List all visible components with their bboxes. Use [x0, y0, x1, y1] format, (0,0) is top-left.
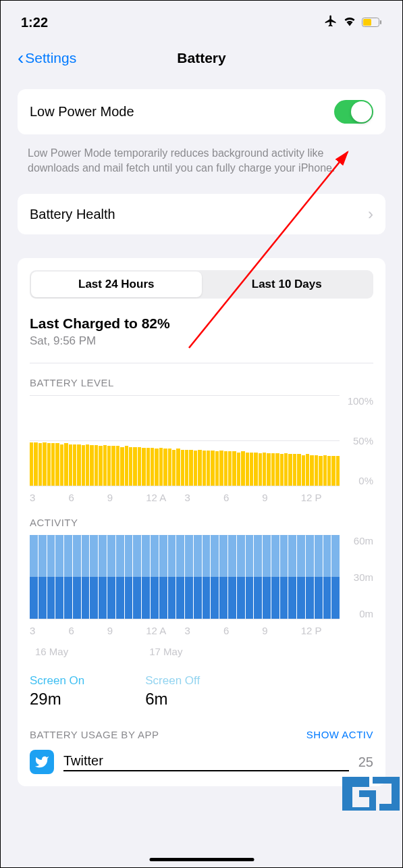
watermark-logo [339, 773, 403, 811]
last-charged-time: Sat, 9:56 PM [30, 334, 373, 348]
battery-icon [362, 18, 382, 27]
tab-last-24-hours[interactable]: Last 24 Hours [31, 272, 202, 297]
chevron-left-icon: ‹ [18, 47, 24, 69]
battery-health-row[interactable]: Battery Health › [18, 194, 385, 234]
home-indicator[interactable] [149, 858, 254, 861]
battery-level-label: BATTERY LEVEL [30, 377, 373, 388]
page-title: Battery [177, 50, 225, 66]
battery-level-chart: 100% 50% 0% [30, 395, 373, 486]
status-time: 1:22 [21, 15, 48, 30]
screen-off-stat: Screen Off 6m [145, 674, 200, 709]
time-range-segmented: Last 24 Hours Last 10 Days [30, 270, 373, 299]
screen-on-stat: Screen On 29m [30, 674, 84, 709]
back-label: Settings [25, 50, 76, 66]
svg-rect-2 [380, 20, 381, 24]
activity-date-labels: 16 May 17 May [30, 646, 373, 657]
svg-rect-1 [363, 19, 371, 26]
tab-last-10-days[interactable]: Last 10 Days [202, 272, 373, 297]
wifi-icon [343, 16, 356, 29]
low-power-mode-description: Low Power Mode temporarily reduces backg… [7, 143, 396, 194]
twitter-icon [30, 750, 54, 774]
activity-label: ACTIVITY [30, 517, 373, 528]
app-name: Twitter [63, 753, 349, 771]
usage-header: BATTERY USAGE BY APP [30, 729, 159, 740]
app-percent: 25 [358, 755, 373, 770]
show-activity-button[interactable]: SHOW ACTIV [306, 729, 373, 740]
battery-health-label: Battery Health [30, 207, 115, 222]
battery-x-axis: 3 6 9 12 A 3 6 9 12 P [30, 492, 373, 503]
low-power-mode-toggle[interactable] [334, 100, 373, 124]
activity-chart: 60m 30m 0m [30, 535, 373, 619]
activity-x-axis: 3 6 9 12 A 3 6 9 12 P [30, 625, 373, 636]
low-power-mode-row: Low Power Mode [18, 89, 385, 134]
back-button[interactable]: ‹ Settings [18, 47, 76, 69]
low-power-mode-label: Low Power Mode [30, 104, 134, 120]
airplane-mode-icon [324, 14, 338, 30]
last-charged-title: Last Charged to 82% [30, 315, 373, 332]
chevron-right-icon: › [368, 205, 373, 224]
app-usage-row[interactable]: Twitter 25 [30, 750, 373, 774]
